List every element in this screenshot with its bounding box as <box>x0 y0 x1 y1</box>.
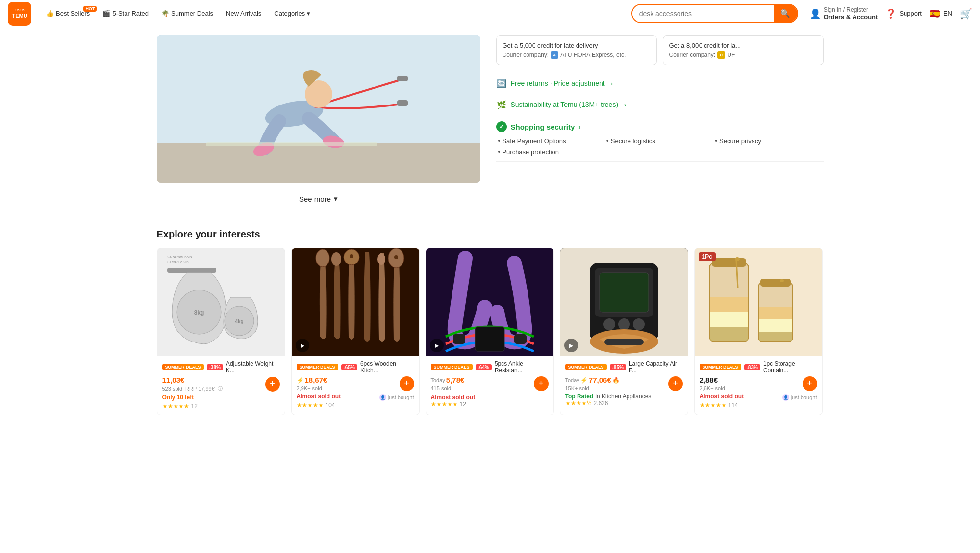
security-section: ✓ Shopping security › Safe Payment Optio… <box>496 115 824 162</box>
today-label-airfryer: Today <box>565 377 579 383</box>
search-button[interactable]: 🔍 <box>774 5 797 22</box>
cart-icon: 🛒 <box>960 8 972 20</box>
svg-rect-42 <box>710 312 748 327</box>
svg-rect-1 <box>157 143 480 183</box>
nav-item-best-sellers[interactable]: 👍 Best Sellers HOT <box>41 7 95 20</box>
security-bullet-3: Secure privacy <box>715 137 823 145</box>
cart-button[interactable]: 🛒 <box>960 8 972 20</box>
main-content: See more ▾ Get a 5,00€ credit for late d… <box>137 27 843 435</box>
courier-name-1: ATU HORA Express, etc. <box>560 52 626 58</box>
shopping-security-label: Shopping security <box>511 123 575 131</box>
hot-badge: HOT <box>83 6 97 12</box>
palm-icon: 🌴 <box>161 10 169 17</box>
rrp-kettlebell: RRP 17,99€ <box>185 386 215 392</box>
price-info-utensils: ⚡ 18,67€ 2,9K+ sold <box>297 376 327 391</box>
product-image <box>157 35 480 183</box>
sold-kettlebell: 523 sold <box>162 386 183 392</box>
svg-rect-41 <box>710 297 748 312</box>
rrp-icon: ⓘ <box>218 385 223 392</box>
product-card-kettlebell[interactable]: 8kg 4kg 24.5cm/9.65in 31cm/12.2in SUMMER… <box>157 248 285 415</box>
leaf-icon: 🌿 <box>496 99 507 110</box>
add-to-cart-utensils[interactable]: + <box>400 376 414 391</box>
product-card-utensils[interactable]: ▶ SUMMER DEALS -65% 6pcs Wooden Kitch...… <box>291 248 420 415</box>
product-name-airfryer: Large Capacity Air F... <box>629 360 683 374</box>
play-button-airfryer[interactable]: ▶ <box>564 339 578 352</box>
nav-item-categories[interactable]: Categories ▾ <box>269 7 315 20</box>
safe-payment-label: Safe Payment Options <box>502 137 566 145</box>
add-to-cart-airfryer[interactable]: + <box>668 376 683 391</box>
logo-line2: TEMU <box>12 13 27 19</box>
chevron-down-icon: ▾ <box>334 194 338 203</box>
delivery-card-1: Get a 5,00€ credit for late delivery Cou… <box>496 35 657 65</box>
stars-icons-resistance: ★★★★★ <box>431 401 458 408</box>
reviews-airfryer: 2.626 <box>594 400 608 407</box>
product-name-utensils: 6pcs Wooden Kitch... <box>360 360 414 374</box>
products-grid: 8kg 4kg 24.5cm/9.65in 31cm/12.2in SUMMER… <box>157 248 824 415</box>
sign-in-button[interactable]: 👤 Sign in / Register Orders & Account <box>810 6 878 21</box>
play-button-resistance[interactable]: ▶ <box>430 339 444 352</box>
svg-text:31cm/12.2in: 31cm/12.2in <box>167 260 189 264</box>
main-nav: 👍 Best Sellers HOT 🎬 5-Star Rated 🌴 Summ… <box>41 7 626 20</box>
price-info-kettlebell: 11,03€ 523 sold RRP 17,99€ ⓘ <box>162 376 223 392</box>
secure-privacy-label: Secure privacy <box>719 137 761 145</box>
svg-rect-4 <box>397 76 408 81</box>
product-card-resistance[interactable]: ▶ SUMMER DEALS -64% 5pcs Ankle Resistan.… <box>426 248 554 415</box>
nav-item-five-star[interactable]: 🎬 5-Star Rated <box>98 7 153 20</box>
1pc-badge-storage: 1Pc <box>699 252 716 261</box>
shopping-security-link[interactable]: ✓ Shopping security › <box>496 121 824 132</box>
summer-badge-kettlebell: SUMMER DEALS <box>162 364 204 370</box>
product-image-kettlebell: 8kg 4kg 24.5cm/9.65in 31cm/12.2in <box>157 248 285 356</box>
product-name-resistance: 5pcs Ankle Resistan... <box>495 360 549 374</box>
courier-logo-2: U <box>717 51 725 59</box>
free-returns-link[interactable]: 🔄 Free returns · Price adjustment › <box>496 73 824 94</box>
price-airfryer: 77,06€ <box>589 376 611 384</box>
price-row-utensils: ⚡ 18,67€ 2,9K+ sold + <box>297 376 414 391</box>
add-to-cart-kettlebell[interactable]: + <box>265 377 280 392</box>
add-to-cart-storage[interactable]: + <box>803 376 817 391</box>
svg-text:24.5cm/9.65in: 24.5cm/9.65in <box>167 255 192 259</box>
fire-icon: 🔥 <box>612 377 620 384</box>
see-more-button[interactable]: See more ▾ <box>157 186 480 211</box>
nav-item-summer-deals[interactable]: 🌴 Summer Deals <box>156 7 218 20</box>
svg-point-34 <box>618 318 630 330</box>
product-card-airfryer[interactable]: ▶ SUMMER DEALS -85% Large Capacity Air F… <box>560 248 688 415</box>
sold-resistance: 415 sold <box>431 385 465 391</box>
shield-icon: ✓ <box>496 121 507 132</box>
svg-rect-28 <box>475 327 504 351</box>
svg-point-21 <box>377 253 385 265</box>
svg-rect-40 <box>712 258 746 267</box>
product-info-airfryer: SUMMER DEALS -85% Large Capacity Air F..… <box>560 356 688 412</box>
support-button[interactable]: ❓ Support <box>885 8 922 19</box>
sustainability-link[interactable]: 🌿 Sustainability at Temu (13M+ trees) › <box>496 94 824 115</box>
svg-point-50 <box>780 279 784 282</box>
svg-rect-8 <box>206 142 377 146</box>
see-more-label: See more <box>299 195 331 203</box>
price-row-airfryer: Today ⚡ 77,06€ 🔥 15K+ sold + <box>565 376 683 391</box>
svg-point-18 <box>316 249 329 267</box>
svg-point-35 <box>633 318 645 330</box>
search-input[interactable] <box>632 6 774 22</box>
language-label: EN <box>943 10 952 17</box>
discount-badge-resistance: -64% <box>476 364 492 370</box>
temu-logo[interactable]: 1515 TEMU <box>8 2 31 26</box>
delivery-credit-2: Get a 8,00€ credit for la... <box>669 42 817 49</box>
svg-rect-47 <box>759 307 792 319</box>
security-bullet-2: Secure logistics <box>606 137 715 145</box>
product-card-storage[interactable]: 1Pc SUMMER DEALS -83% 1pc Storage Contai… <box>694 248 823 415</box>
reviews-utensils: 104 <box>326 402 335 409</box>
play-button-utensils[interactable]: ▶ <box>296 339 309 352</box>
add-to-cart-resistance[interactable]: + <box>534 376 549 391</box>
stars-icons-utensils: ★★★★★ <box>297 402 324 409</box>
product-info-storage: SUMMER DEALS -83% 1pc Storage Contain...… <box>695 356 822 414</box>
nav-item-new-arrivals[interactable]: New Arrivals <box>221 7 266 20</box>
security-bullet-4: Purchase protection <box>498 148 606 156</box>
flag-icon: 🇪🇸 <box>930 8 940 19</box>
product-info-utensils: SUMMER DEALS -65% 6pcs Wooden Kitch... ⚡… <box>292 356 419 414</box>
security-bullet-1: Safe Payment Options <box>498 137 606 145</box>
language-selector[interactable]: 🇪🇸 EN <box>930 8 952 19</box>
sold-storage: 2,6K+ sold <box>700 385 725 391</box>
price-row-storage: 2,88€ 2,6K+ sold + <box>700 376 817 391</box>
price-utensils: 18,67€ <box>305 376 327 384</box>
today-label-resistance: Today <box>431 377 445 383</box>
discount-badge-kettlebell: -38% <box>207 364 223 370</box>
